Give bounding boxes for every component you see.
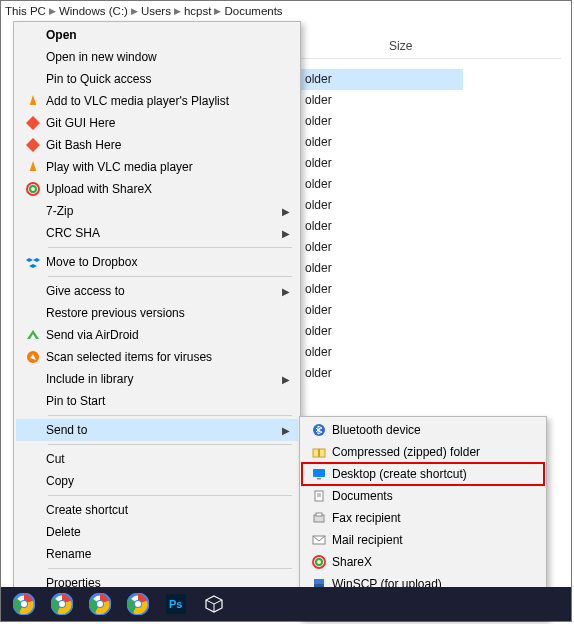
menu-git-gui[interactable]: Git GUI Here — [16, 112, 298, 134]
chevron-right-icon: ▶ — [282, 228, 290, 239]
svg-point-6 — [27, 183, 39, 195]
menu-rename[interactable]: Rename — [16, 543, 298, 565]
taskbar-chrome-icon[interactable] — [43, 589, 81, 619]
vlc-icon — [20, 158, 46, 176]
list-item[interactable]: older — [301, 153, 463, 174]
column-headers: Size — [301, 35, 561, 59]
breadcrumb[interactable]: This PC ▶ Windows (C:) ▶ Users ▶ hcpst ▶… — [1, 1, 571, 21]
zip-folder-icon — [306, 443, 332, 461]
menu-pin-start[interactable]: Pin to Start — [16, 390, 298, 412]
taskbar-cube-icon[interactable] — [195, 589, 233, 619]
list-item[interactable]: older — [301, 195, 463, 216]
list-item[interactable]: older — [301, 363, 463, 384]
svg-rect-17 — [313, 469, 325, 477]
submenu-fax[interactable]: Fax recipient — [302, 507, 544, 529]
svg-point-46 — [135, 601, 141, 607]
menu-crc-sha[interactable]: CRC SHA ▶ — [16, 222, 298, 244]
menu-open[interactable]: Open — [16, 24, 298, 46]
menu-open-new-window[interactable]: Open in new window — [16, 46, 298, 68]
menu-airdroid[interactable]: Send via AirDroid — [16, 324, 298, 346]
sharex-icon — [20, 180, 46, 198]
svg-rect-5 — [29, 171, 37, 173]
svg-rect-1 — [29, 105, 37, 107]
list-item[interactable]: older — [301, 69, 463, 90]
documents-icon — [306, 487, 332, 505]
list-item[interactable]: older — [301, 279, 463, 300]
chevron-right-icon: ▶ — [131, 6, 138, 16]
menu-separator — [48, 444, 292, 445]
svg-point-34 — [21, 601, 27, 607]
menu-separator — [48, 568, 292, 569]
crumb-users[interactable]: Users — [141, 5, 171, 17]
submenu-sharex[interactable]: ShareX — [302, 551, 544, 573]
menu-vlc-playlist[interactable]: Add to VLC media player's Playlist — [16, 90, 298, 112]
svg-text:Ps: Ps — [169, 598, 182, 610]
chevron-right-icon: ▶ — [282, 286, 290, 297]
list-item[interactable]: older — [301, 216, 463, 237]
taskbar-photoshop-icon[interactable]: Ps — [157, 589, 195, 619]
menu-separator — [48, 247, 292, 248]
taskbar-chrome-icon[interactable] — [81, 589, 119, 619]
list-item[interactable]: older — [301, 321, 463, 342]
dropbox-icon — [20, 253, 46, 271]
chevron-right-icon: ▶ — [174, 6, 181, 16]
vlc-icon — [20, 92, 46, 110]
column-size[interactable]: Size — [381, 35, 511, 58]
crumb-user[interactable]: hcpst — [184, 5, 212, 17]
taskbar-chrome-icon[interactable] — [5, 589, 43, 619]
svg-point-7 — [30, 186, 36, 192]
context-menu: Open Open in new window Pin to Quick acc… — [13, 21, 301, 597]
menu-copy[interactable]: Copy — [16, 470, 298, 492]
list-item[interactable]: older — [301, 258, 463, 279]
submenu-bluetooth[interactable]: Bluetooth device — [302, 419, 544, 441]
list-item[interactable]: older — [301, 111, 463, 132]
svg-point-42 — [97, 601, 103, 607]
list-item[interactable]: older — [301, 132, 463, 153]
svg-rect-3 — [26, 138, 40, 152]
chevron-right-icon: ▶ — [49, 6, 56, 16]
submenu-mail[interactable]: Mail recipient — [302, 529, 544, 551]
submenu-compressed[interactable]: Compressed (zipped) folder — [302, 441, 544, 463]
menu-send-to[interactable]: Send to ▶ — [16, 419, 298, 441]
list-item[interactable]: older — [301, 174, 463, 195]
git-icon — [20, 136, 46, 154]
menu-cut[interactable]: Cut — [16, 448, 298, 470]
svg-marker-10 — [29, 264, 37, 268]
menu-separator — [48, 495, 292, 496]
menu-git-bash[interactable]: Git Bash Here — [16, 134, 298, 156]
menu-sharex-upload[interactable]: Upload with ShareX — [16, 178, 298, 200]
chevron-right-icon: ▶ — [282, 425, 290, 436]
taskbar-chrome-icon[interactable] — [119, 589, 157, 619]
menu-pin-quick-access[interactable]: Pin to Quick access — [16, 68, 298, 90]
list-item[interactable]: older — [301, 300, 463, 321]
svg-rect-16 — [318, 449, 320, 457]
list-item[interactable]: older — [301, 342, 463, 363]
menu-separator — [48, 276, 292, 277]
desktop-icon — [306, 465, 332, 483]
menu-avast-scan[interactable]: Scan selected items for viruses — [16, 346, 298, 368]
folder-list: older older older older older older olde… — [301, 69, 463, 384]
menu-vlc-play[interactable]: Play with VLC media player — [16, 156, 298, 178]
menu-give-access[interactable]: Give access to ▶ — [16, 280, 298, 302]
crumb-documents[interactable]: Documents — [224, 5, 282, 17]
menu-separator — [48, 415, 292, 416]
menu-dropbox[interactable]: Move to Dropbox — [16, 251, 298, 273]
menu-7-zip[interactable]: 7-Zip ▶ — [16, 200, 298, 222]
crumb-windows-c[interactable]: Windows (C:) — [59, 5, 128, 17]
menu-restore-previous[interactable]: Restore previous versions — [16, 302, 298, 324]
submenu-documents[interactable]: Documents — [302, 485, 544, 507]
chevron-right-icon: ▶ — [282, 374, 290, 385]
submenu-desktop-shortcut[interactable]: Desktop (create shortcut) — [302, 463, 544, 485]
svg-point-26 — [316, 559, 322, 565]
menu-include-library[interactable]: Include in library ▶ — [16, 368, 298, 390]
sharex-icon — [306, 553, 332, 571]
svg-point-38 — [59, 601, 65, 607]
svg-marker-8 — [26, 258, 33, 262]
git-icon — [20, 114, 46, 132]
list-item[interactable]: older — [301, 90, 463, 111]
list-item[interactable]: older — [301, 237, 463, 258]
taskbar: Ps — [1, 587, 571, 621]
menu-delete[interactable]: Delete — [16, 521, 298, 543]
menu-create-shortcut[interactable]: Create shortcut — [16, 499, 298, 521]
crumb-this-pc[interactable]: This PC — [5, 5, 46, 17]
